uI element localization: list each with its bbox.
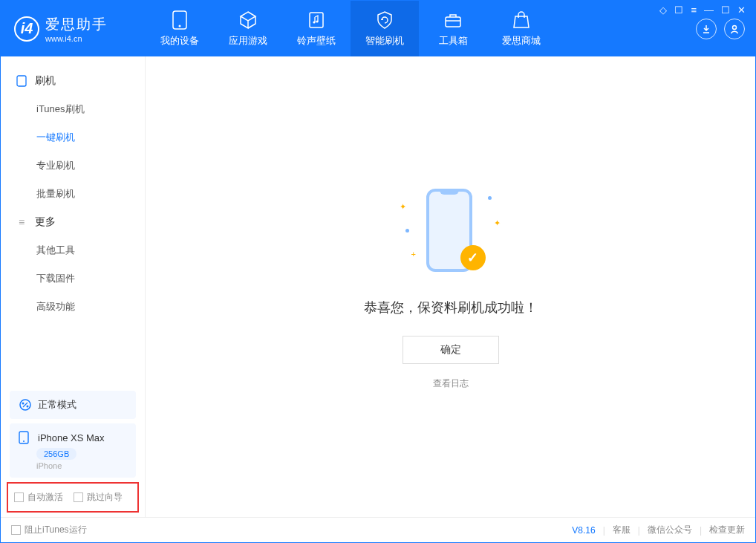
svg-point-3: [313, 21, 315, 23]
footer-link-update[interactable]: 检查更新: [709, 524, 745, 536]
toolbox-icon: [443, 10, 463, 30]
sidebar-item-pro-flash[interactable]: 专业刷机: [1, 152, 145, 180]
skip-guide-checkbox[interactable]: 跳过向导: [74, 491, 123, 504]
options-highlight-box: 自动激活 跳过向导: [7, 482, 139, 513]
user-button[interactable]: [724, 19, 745, 39]
maximize-button[interactable]: ☐: [721, 4, 730, 16]
music-icon: [306, 10, 327, 30]
main-content: ✓ ✦✦+ 恭喜您，保资料刷机成功啦！ 确定 查看日志: [146, 56, 755, 517]
svg-point-1: [179, 25, 181, 27]
sidebar-item-advanced[interactable]: 高级功能: [1, 293, 145, 321]
cube-icon: [238, 10, 258, 30]
ok-button[interactable]: 确定: [403, 336, 499, 364]
svg-point-4: [316, 20, 318, 22]
svg-rect-5: [446, 17, 460, 27]
sidebar-item-oneclick-flash[interactable]: 一键刷机: [1, 123, 145, 152]
view-log-link[interactable]: 查看日志: [433, 377, 469, 390]
version-label: V8.16: [572, 525, 595, 536]
app-url: www.i4.cn: [45, 34, 108, 43]
svg-point-6: [733, 25, 737, 29]
storage-badge: 256GB: [36, 448, 76, 460]
sidebar-group-more: ≡ 更多: [1, 208, 145, 236]
mode-card[interactable]: 正常模式: [10, 391, 136, 419]
bag-icon: [511, 10, 532, 30]
app-name: 爱思助手: [45, 15, 108, 34]
svg-point-9: [22, 403, 25, 405]
mode-icon: [19, 398, 32, 412]
list-icon: ≡: [16, 216, 27, 228]
tab-store[interactable]: 爱思商城: [487, 1, 555, 56]
svg-point-10: [27, 406, 29, 408]
sidebar-item-download-firmware[interactable]: 下载固件: [1, 264, 145, 293]
sidebar: 刷机 iTunes刷机 一键刷机 专业刷机 批量刷机 ≡ 更多 其他工具 下载固…: [1, 56, 146, 517]
header: i4 爱思助手 www.i4.cn 我的设备 应用游戏 铃声壁纸 智能刷机 工具…: [1, 1, 755, 56]
sidebar-group-flash: 刷机: [1, 67, 145, 95]
device-icon: [16, 75, 27, 87]
tab-my-device[interactable]: 我的设备: [146, 1, 214, 56]
sidebar-item-other-tools[interactable]: 其他工具: [1, 236, 145, 264]
phone-icon: [169, 10, 190, 30]
logo-icon: i4: [14, 16, 39, 42]
svg-point-12: [23, 440, 25, 442]
success-message: 恭喜您，保资料刷机成功啦！: [364, 299, 538, 316]
sidebar-item-batch-flash[interactable]: 批量刷机: [1, 180, 145, 208]
close-button[interactable]: ✕: [737, 4, 746, 16]
sidebar-item-itunes-flash[interactable]: iTunes刷机: [1, 95, 145, 123]
tab-ringtones[interactable]: 铃声壁纸: [282, 1, 351, 56]
svg-rect-2: [310, 13, 323, 27]
download-button[interactable]: [696, 19, 717, 39]
minimize-button[interactable]: —: [704, 4, 714, 16]
mode-label: 正常模式: [38, 398, 76, 412]
auto-activate-checkbox[interactable]: 自动激活: [14, 491, 63, 504]
device-name: iPhone XS Max: [38, 432, 105, 443]
footer: 阻止iTunes运行 V8.16 | 客服 | 微信公众号 | 检查更新: [1, 517, 755, 542]
device-phone-icon: [19, 431, 32, 444]
device-card[interactable]: iPhone XS Max 256GB iPhone: [10, 423, 136, 478]
svg-rect-7: [17, 76, 26, 86]
refresh-shield-icon: [374, 10, 395, 30]
footer-link-support[interactable]: 客服: [613, 524, 630, 536]
tab-apps[interactable]: 应用游戏: [214, 1, 282, 56]
logo[interactable]: i4 爱思助手 www.i4.cn: [1, 15, 146, 43]
block-itunes-checkbox[interactable]: 阻止iTunes运行: [11, 524, 87, 536]
nav-tabs: 我的设备 应用游戏 铃声壁纸 智能刷机 工具箱 爱思商城: [146, 1, 555, 56]
device-type: iPhone: [36, 461, 127, 470]
menu-icon[interactable]: ≡: [691, 4, 697, 16]
tab-toolbox[interactable]: 工具箱: [419, 1, 487, 56]
tshirt-icon[interactable]: ◇: [659, 4, 667, 16]
window-controls: ◇ ☐ ≡ — ☐ ✕: [659, 4, 746, 16]
feedback-icon[interactable]: ☐: [674, 4, 683, 16]
tab-flash[interactable]: 智能刷机: [351, 1, 419, 56]
check-icon: ✓: [460, 245, 486, 270]
success-illustration: ✓ ✦✦+: [395, 184, 506, 281]
footer-link-wechat[interactable]: 微信公众号: [648, 524, 692, 536]
